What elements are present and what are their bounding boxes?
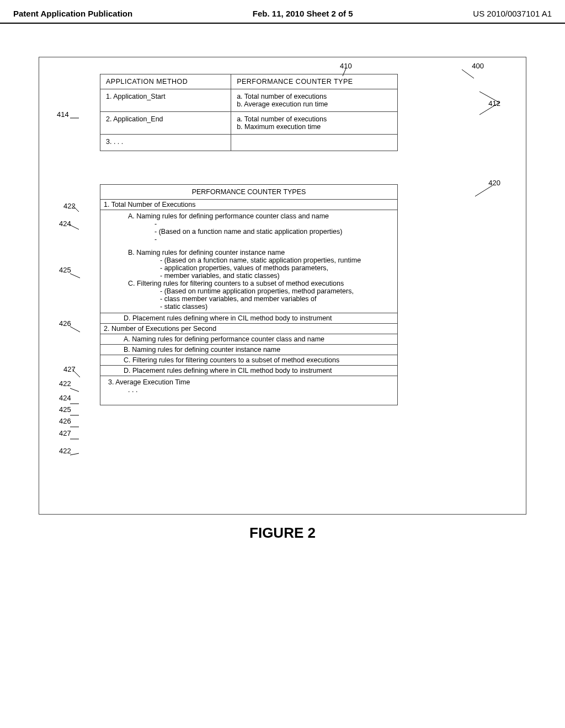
type-3-row: 3. Average Execution Time . . . [100, 376, 397, 405]
lead-425a [70, 271, 80, 280]
lead-414 [70, 114, 79, 122]
svg-line-0 [462, 69, 474, 78]
ref-425a: 425 [59, 266, 71, 274]
type-2-A: A. Naming rules for defining performance… [100, 334, 397, 345]
svg-line-9 [70, 326, 80, 332]
lead-400 [462, 65, 478, 80]
lead-427b [70, 433, 79, 442]
type-1-C: C. Filtering rules for filtering counter… [105, 280, 392, 287]
lead-426b [70, 421, 79, 430]
row3-method: 3. . . . [100, 135, 231, 151]
header-right: US 2010/0037101 A1 [473, 9, 552, 18]
ref-426b: 426 [59, 417, 71, 425]
row1-counters: a. Total number of executions b. Average… [231, 89, 398, 112]
col-performance-counter-type: PERFORMANCE COUNTER TYPE [231, 74, 398, 89]
type-1-B: B. Naming rules for defining counter ins… [105, 249, 392, 256]
type-3: 3. Average Execution Time [105, 378, 392, 386]
ref-427b: 427 [59, 429, 71, 437]
row2-method: 2. Application_End [100, 112, 231, 135]
svg-line-5 [475, 185, 493, 196]
type-1-D: D. Placement rules defining where in CIL… [100, 313, 397, 324]
ref-414: 414 [57, 110, 69, 119]
row1-method: 1. Application_Start [100, 89, 231, 112]
lead-412 [479, 89, 499, 117]
type-2-B: B. Naming rules for defining counter ins… [100, 345, 397, 355]
type-1-B-d2: - application properties, values of meth… [105, 264, 392, 272]
type-1-A-d1: - [105, 220, 392, 228]
type-2-D: D. Placement rules defining where in CIL… [100, 366, 397, 376]
type-1-C-d1: - (Based on runtime application properti… [105, 287, 392, 295]
svg-line-11 [70, 388, 79, 392]
ref-422b: 422 [59, 379, 71, 388]
lead-422b [70, 385, 79, 393]
lead-422a [72, 205, 80, 215]
ref-424a: 424 [59, 220, 71, 228]
lead-425b [70, 410, 79, 418]
counter-types-title: PERFORMANCE COUNTER TYPES [100, 185, 397, 200]
type-1-A-d3: - [105, 235, 392, 243]
type-1-body: A. Naming rules for defining performance… [100, 210, 397, 313]
method-counter-table: APPLICATION METHOD PERFORMANCE COUNTER T… [100, 74, 398, 151]
ref-424b: 424 [59, 394, 71, 402]
col-application-method: APPLICATION METHOD [100, 74, 231, 89]
lead-427a [72, 368, 80, 379]
type-3-dots: . . . [105, 386, 392, 394]
ref-422c: 422 [59, 447, 71, 455]
svg-line-7 [70, 225, 79, 229]
type-1: 1. Total Number of Executions [100, 200, 397, 210]
lead-424a [70, 223, 79, 231]
type-1-A: A. Naming rules for defining performance… [105, 212, 392, 220]
header-left: Patent Application Publication [13, 9, 132, 18]
type-2-C: C. Filtering rules for filtering counter… [100, 355, 397, 366]
svg-line-2 [479, 92, 499, 103]
svg-line-16 [70, 453, 79, 455]
lead-424b [70, 398, 79, 406]
lead-410 [343, 68, 354, 78]
type-1-C-d2: - class member variables, and member var… [105, 295, 392, 303]
svg-line-6 [72, 205, 79, 212]
lead-426a [70, 325, 80, 334]
page-header: Patent Application Publication Feb. 11, … [0, 0, 565, 24]
row2-counters: a. Total number of executions b. Maximum… [231, 112, 398, 135]
svg-line-3 [479, 103, 499, 115]
figure-frame: 400 410 412 414 420 422 424 425 426 427 … [39, 57, 526, 515]
lead-420 [475, 185, 493, 198]
row2-counter-a: a. Total number of executions [237, 115, 392, 123]
header-center: Feb. 11, 2010 Sheet 2 of 5 [253, 9, 353, 18]
page-body: 400 410 412 414 420 422 424 425 426 427 … [0, 24, 565, 553]
svg-line-8 [70, 274, 80, 278]
counter-types-box: PERFORMANCE COUNTER TYPES 1. Total Numbe… [100, 184, 398, 405]
svg-line-10 [72, 370, 80, 377]
row1-counter-b: b. Average execution run time [237, 100, 392, 108]
type-1-B-d1: - (Based on a function name, static appl… [105, 256, 392, 264]
svg-line-1 [343, 68, 346, 76]
type-1-B-d3: - member variables, and static classes) [105, 272, 392, 280]
type-1-A-d2: - (Based on a function name and static a… [105, 228, 392, 235]
row2-counter-b: b. Maximum execution time [237, 123, 392, 131]
type-2: 2. Number of Executions per Second [100, 324, 397, 334]
lead-422c [70, 450, 79, 458]
row3-counters [231, 135, 398, 151]
figure-caption: FIGURE 2 [39, 524, 526, 542]
ref-425b: 425 [59, 405, 71, 414]
ref-426a: 426 [59, 319, 71, 328]
type-1-C-d3: - static classes) [105, 303, 392, 311]
row1-counter-a: a. Total number of executions [237, 93, 392, 100]
